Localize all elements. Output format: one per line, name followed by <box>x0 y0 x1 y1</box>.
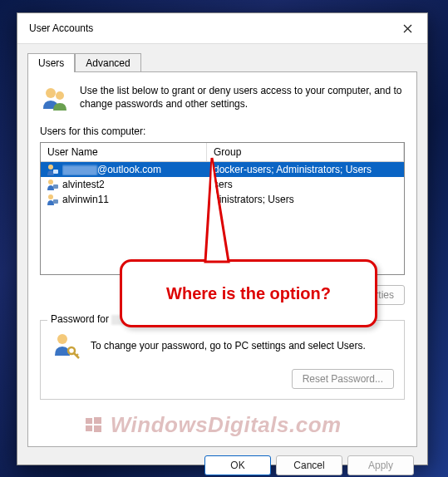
callout-text: Where is the option? <box>166 284 331 303</box>
svg-rect-5 <box>53 170 58 174</box>
password-text: To change your password, go to PC settin… <box>91 340 366 352</box>
svg-point-8 <box>48 194 53 199</box>
svg-rect-7 <box>53 184 58 189</box>
row-username: @outlook.com <box>62 164 207 175</box>
svg-point-11 <box>68 347 75 354</box>
svg-point-10 <box>57 334 67 344</box>
svg-point-6 <box>48 179 53 184</box>
ok-button[interactable]: OK <box>204 455 271 475</box>
tab-bar: Users Advanced <box>17 44 427 71</box>
row-username: alvintest2 <box>62 179 207 190</box>
titlebar: User Accounts <box>17 13 427 44</box>
cancel-button[interactable]: Cancel <box>276 455 342 475</box>
reset-password-button[interactable]: Reset Password... <box>292 369 394 389</box>
user-icon <box>46 178 59 191</box>
tab-panel-users: Use the list below to grant or deny user… <box>27 71 417 447</box>
user-icon <box>46 193 59 206</box>
svg-rect-9 <box>53 199 58 204</box>
column-header-username[interactable]: User Name <box>41 143 207 161</box>
callout-tail <box>197 154 247 266</box>
window-title: User Accounts <box>29 22 93 34</box>
user-accounts-dialog: User Accounts Users Advanced Use the lis… <box>17 12 428 465</box>
close-button[interactable] <box>396 20 419 37</box>
redacted-username <box>62 165 97 175</box>
annotation-callout: Where is the option? <box>120 259 377 327</box>
dialog-footer: OK Cancel Apply <box>17 455 427 477</box>
list-label: Users for this computer: <box>40 125 405 137</box>
users-icon <box>40 84 70 114</box>
svg-point-3 <box>56 91 64 100</box>
apply-button[interactable]: Apply <box>347 455 414 475</box>
close-icon <box>403 24 412 33</box>
row-username: alvinwin11 <box>62 194 207 205</box>
svg-point-2 <box>46 88 56 98</box>
password-section: Password for @outlook.com To change your… <box>40 320 405 400</box>
intro-text: Use the list below to grant or deny user… <box>80 84 405 111</box>
user-key-icon <box>51 331 81 361</box>
tab-users[interactable]: Users <box>27 53 75 72</box>
tab-advanced[interactable]: Advanced <box>75 53 140 72</box>
user-icon <box>46 163 59 176</box>
svg-line-13 <box>76 354 78 356</box>
svg-point-4 <box>48 165 53 170</box>
